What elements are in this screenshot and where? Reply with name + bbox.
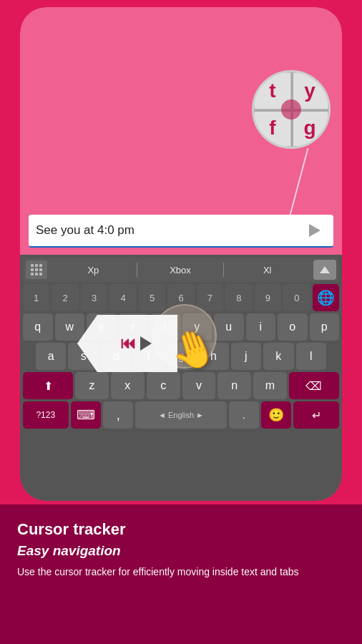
text-input-content: See you at 4:0 pm [36, 223, 303, 238]
key-p[interactable]: p [310, 313, 340, 341]
key-x[interactable]: x [111, 372, 145, 399]
key-o[interactable]: o [278, 313, 308, 341]
key-comma[interactable]: , [103, 401, 133, 429]
key-enter[interactable]: ↵ [293, 401, 339, 429]
phone-shell: t y f g See you at 4:0 pm [20, 7, 342, 501]
key-l[interactable]: l [296, 343, 326, 370]
key-3[interactable]: 3 [81, 284, 107, 311]
magnifier-circle: t y f g [252, 70, 331, 149]
key-q[interactable]: q [23, 313, 53, 341]
description-subtitle: Easy navigation [17, 543, 345, 559]
grid-menu-button[interactable] [26, 260, 47, 279]
cursor-tracker: ⏮ [77, 315, 177, 372]
key-0[interactable]: 0 [283, 284, 310, 311]
send-button[interactable] [303, 219, 326, 242]
key-4[interactable]: 4 [109, 284, 136, 311]
key-j[interactable]: j [231, 343, 261, 370]
suggestion-xl[interactable]: Xl [224, 265, 310, 275]
key-8[interactable]: 8 [225, 284, 252, 311]
double-arrow-left-icon: ⏮ [120, 334, 136, 353]
magnifier-cursor [281, 99, 301, 119]
suggestion-xp[interactable]: Xp [50, 265, 137, 275]
send-icon [309, 224, 321, 237]
keyboard: Xp Xbox Xl 1 2 3 4 5 6 7 8 9 0 [20, 255, 342, 501]
key-9[interactable]: 9 [255, 284, 281, 311]
key-space[interactable]: ◄ English ► [135, 401, 226, 429]
key-c[interactable]: c [147, 372, 180, 399]
key-shift[interactable]: ⬆ [23, 372, 73, 399]
key-emoji[interactable]: 🌐 [313, 284, 339, 311]
bottom-row: ?123 ⌨ , ◄ English ► . 🙂 ↵ [23, 401, 339, 429]
suggestions-row: Xp Xbox Xl [23, 258, 339, 282]
description-area: Cursor tracker Easy navigation Use the c… [0, 504, 362, 644]
key-1[interactable]: 1 [23, 284, 49, 311]
arrow-up-icon [320, 266, 330, 273]
key-a[interactable]: a [36, 343, 66, 370]
key-123[interactable]: ?123 [23, 401, 69, 429]
key-period[interactable]: . [229, 401, 259, 429]
key-k[interactable]: k [263, 343, 293, 370]
key-i[interactable]: i [246, 313, 276, 341]
tracker-icons: ⏮ [103, 334, 152, 353]
suggestion-xbox[interactable]: Xbox [137, 265, 224, 275]
screen-area: t y f g See you at 4:0 pm [20, 7, 342, 501]
description-body: Use the cursor tracker for efficiently m… [17, 565, 345, 580]
key-z[interactable]: z [75, 372, 109, 399]
key-n[interactable]: n [217, 372, 251, 399]
key-5[interactable]: 5 [139, 284, 165, 311]
key-m[interactable]: m [253, 372, 287, 399]
tracker-background: ⏮ [77, 315, 177, 372]
key-lang[interactable]: ⌨ [71, 401, 101, 429]
key-7[interactable]: 7 [197, 284, 223, 311]
arrow-up-button[interactable] [313, 260, 336, 280]
single-arrow-right-icon [140, 336, 152, 351]
key-v[interactable]: v [182, 372, 216, 399]
key-emoji-2[interactable]: 🙂 [261, 401, 291, 429]
key-u[interactable]: u [214, 313, 244, 341]
description-title: Cursor tracker [17, 520, 345, 539]
key-backspace[interactable]: ⌫ [289, 372, 339, 399]
key-2[interactable]: 2 [52, 284, 78, 311]
text-input-bar[interactable]: See you at 4:0 pm [29, 215, 333, 248]
